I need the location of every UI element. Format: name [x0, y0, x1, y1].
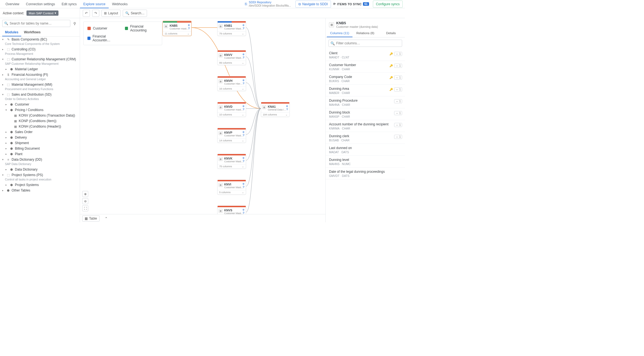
add-icon[interactable]: ⊕: [242, 105, 245, 107]
column-item[interactable]: Last dunned onMADAT·DATS: [326, 144, 405, 156]
column-item[interactable]: Dunning ProcedureMAHNA·CHAR↔1: [326, 96, 405, 108]
node-knb1[interactable]: ▦KNB1Customer Master (Com...⊕⚲79 columns…: [217, 21, 246, 36]
column-item[interactable]: Dunning AreaMABER·CHAR🔑↔1: [326, 85, 405, 96]
tree-row[interactable]: ▾⬚Project Systems (PS): [0, 172, 80, 178]
sidebar-tab-modules[interactable]: Modules: [2, 29, 21, 36]
add-icon[interactable]: ⊕: [242, 208, 245, 211]
tree-row[interactable]: ▸⬢Data Dictionary: [0, 167, 80, 172]
search-button[interactable]: 🔍 Search…: [123, 10, 147, 17]
configure-syncs-button[interactable]: Configure syncs: [373, 1, 403, 8]
top-tab-edit-syncs[interactable]: Edit syncs: [58, 0, 80, 8]
tree-row[interactable]: ▸⬢Project Systems: [0, 182, 80, 188]
redo-button[interactable]: ↷: [92, 10, 99, 17]
node-knvv[interactable]: ▦KNVVCustomer Master Sale...⊕⚲89 columns…: [217, 50, 246, 65]
details-tab[interactable]: Relations (8): [352, 29, 378, 37]
tree-row[interactable]: ▾⬢Pricing / Conditions: [0, 107, 80, 113]
filter-icon[interactable]: ⚲: [72, 21, 78, 26]
zoom-in-button[interactable]: ⊕: [82, 191, 88, 197]
chevron-down-icon[interactable]: ⌄: [242, 165, 244, 168]
table-view-button[interactable]: ▦ Table: [82, 215, 100, 222]
undo-button[interactable]: ↶: [83, 10, 90, 17]
top-tab-overview[interactable]: Overview: [2, 0, 23, 8]
zoom-out-button[interactable]: ⊖: [82, 198, 88, 204]
link-icon[interactable]: ⚲: [242, 160, 245, 162]
add-icon[interactable]: ⊕: [286, 105, 288, 107]
search-tables-input[interactable]: [10, 21, 68, 25]
link-icon[interactable]: ⚲: [286, 108, 288, 110]
add-icon[interactable]: ⊕: [242, 24, 245, 26]
chevron-down-icon[interactable]: ⌄: [242, 139, 244, 142]
node-knvp[interactable]: ▦KNVPCustomer Master Part...⊕⚲14 columns…: [217, 128, 246, 143]
search-tables-input-wrapper[interactable]: 🔍: [2, 20, 70, 27]
zoom-fit-button[interactable]: ⛶: [82, 205, 88, 211]
top-tab-webhooks[interactable]: Webhooks: [109, 0, 131, 8]
tree-row[interactable]: ▸⬚Material Management (MM): [0, 82, 80, 87]
column-item[interactable]: Dunning clerkBUSAB·CHAR↔1: [326, 132, 405, 144]
canvas[interactable]: CustomerFinancial AccountingFinancial Ac…: [80, 18, 325, 222]
add-icon[interactable]: ⊕: [242, 131, 245, 133]
add-icon[interactable]: ⊕: [242, 79, 245, 82]
chevron-down-icon[interactable]: ⌄: [242, 87, 244, 90]
column-item[interactable]: ClientMANDT·CLNT🔑↔1: [326, 49, 405, 61]
collapse-button[interactable]: ⌃: [102, 215, 110, 222]
filter-columns-input-wrapper[interactable]: 🔍: [328, 40, 402, 47]
active-context-chip[interactable]: Main SAP Context ▾: [26, 10, 58, 16]
link-icon[interactable]: ⚲: [242, 185, 245, 188]
column-item[interactable]: Account number of the dunning recipientK…: [326, 120, 405, 132]
tree-row[interactable]: ▾✎Basis Components (BC): [0, 37, 80, 42]
tree-row[interactable]: ▸⬢Shipment: [0, 140, 80, 146]
add-icon[interactable]: ⊕: [242, 182, 245, 185]
link-icon[interactable]: ⚲: [188, 27, 190, 29]
tree-row[interactable]: ▦KONH (Conditions (Header)): [0, 124, 80, 129]
add-icon[interactable]: ⊕: [242, 157, 245, 159]
tree-row[interactable]: ▸$Financial Accounting (FI): [0, 72, 80, 77]
tree-row[interactable]: ▾⬚Customer Relationship Management (CRM): [0, 56, 80, 62]
tree-row[interactable]: ▾⬚Sales and Distribution (SD): [0, 92, 80, 97]
add-icon[interactable]: ⊕: [188, 24, 190, 26]
chevron-down-icon[interactable]: ⌄: [285, 113, 288, 116]
details-tab[interactable]: Details: [378, 29, 404, 37]
tree-row[interactable]: ▸⬢Sales Order: [0, 129, 80, 135]
top-tab-connection-settings[interactable]: Connection settings: [23, 0, 58, 8]
link-icon[interactable]: ⚲: [242, 134, 245, 136]
tree-row[interactable]: ▸⬢Billing Document: [0, 146, 80, 151]
tree-row[interactable]: ▾≡Data Dictionary (DD): [0, 157, 80, 162]
chevron-down-icon[interactable]: ⌄: [242, 32, 244, 35]
link-icon[interactable]: ⚲: [242, 211, 245, 214]
layout-button[interactable]: ⊞ Layout: [101, 10, 121, 17]
node-knvi[interactable]: ▦KNVICustomer Master Tax ...⊕⚲5 columns⌄: [217, 180, 246, 195]
tree-row[interactable]: ▸⬢Material Ledger: [0, 66, 80, 72]
link-icon[interactable]: ⚲: [242, 27, 245, 29]
filter-columns-input[interactable]: [336, 41, 400, 45]
column-item[interactable]: Customer NumberKUNNR·CHAR🔑↔1: [326, 61, 405, 73]
node-knvk[interactable]: ▦KNVKCustomer Master Cont...⊕⚲75 columns…: [217, 154, 246, 169]
top-tab-explore-source[interactable]: Explore source: [80, 0, 109, 8]
link-icon[interactable]: ⚲: [242, 82, 245, 85]
navigate-button[interactable]: ⧉ Navigate to SDDI: [295, 1, 331, 8]
link-icon[interactable]: ⚲: [242, 56, 245, 59]
repo-block[interactable]: ⎘ SDDI Repository /dev/SDDI Integration …: [245, 1, 294, 7]
chevron-down-icon[interactable]: ⌄: [242, 113, 244, 116]
tree-row[interactable]: ▸⬢Other Tables: [0, 188, 80, 193]
node-kna1[interactable]: ▦KNA1General Data in Cust...⊕⚲194 column…: [261, 102, 290, 117]
details-tab[interactable]: Columns (11): [327, 29, 352, 37]
tree-row[interactable]: ▦KONV (Conditions (Transaction Data)): [0, 113, 80, 118]
tree-row[interactable]: ▸⬢Customer: [0, 102, 80, 107]
node-knvd[interactable]: ▦KNVDCustomer master reco...⊕⚲10 columns…: [217, 102, 246, 117]
column-item[interactable]: Dunning blockMANSP·CHAR↔1: [326, 108, 405, 120]
add-icon[interactable]: ⊕: [242, 53, 245, 56]
node-knb5[interactable]: ▦KNB5Customer master (dun...⊕⚲11 columns…: [163, 21, 191, 36]
chevron-down-icon[interactable]: ⌄: [242, 61, 244, 64]
column-item[interactable]: Date of the legal dunning proceedingsGMV…: [326, 168, 405, 179]
tree-row[interactable]: ▸⬚Controlling (CO): [0, 47, 80, 52]
chevron-down-icon[interactable]: ⌄: [187, 32, 189, 35]
tree-row[interactable]: ▸⬢Delivery: [0, 135, 80, 140]
link-icon[interactable]: ⚲: [242, 108, 245, 110]
tree-row[interactable]: ▦KONP (Conditions (Item)): [0, 118, 80, 124]
node-knvh[interactable]: ▦KNVHCustomer Hierarchies⊕⚲16 columns⌄: [217, 76, 246, 91]
column-item[interactable]: Company CodeBUKRS·CHAR🔑↔1: [326, 73, 405, 85]
chevron-down-icon[interactable]: ⌄: [242, 191, 244, 194]
sidebar-tab-workflows[interactable]: Workflows: [21, 29, 43, 36]
column-item[interactable]: Dunning levelMAHNS·NUMC: [326, 156, 405, 168]
items-to-sync[interactable]: ⟳ ITEMS TO SYNC 61: [331, 2, 371, 6]
